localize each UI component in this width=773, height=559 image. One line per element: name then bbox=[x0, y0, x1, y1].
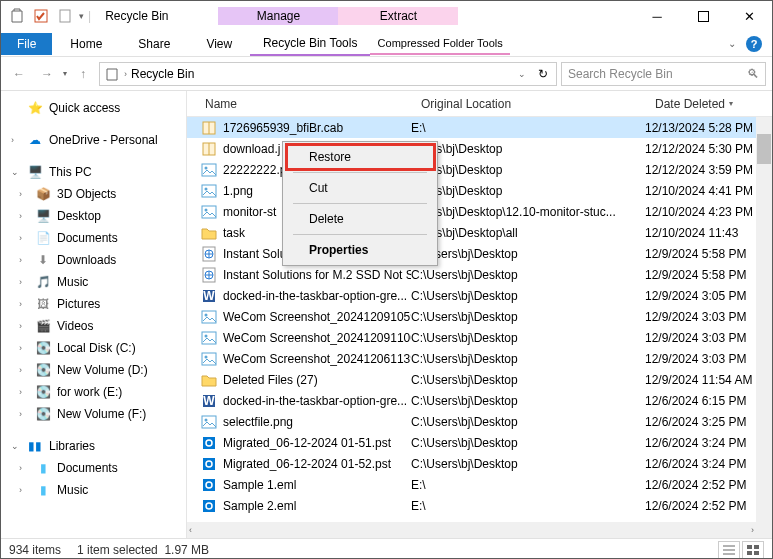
address-dropdown-icon[interactable]: ⌄ bbox=[514, 69, 530, 79]
drive-folder-icon: 📄 bbox=[35, 230, 51, 246]
sidebar-item[interactable]: ›💽New Volume (D:) bbox=[1, 359, 186, 381]
recycle-bin-tools-tab[interactable]: Recycle Bin Tools bbox=[250, 32, 370, 56]
file-row[interactable]: Wdocked-in-the-taskbar-option-gre...C:\U… bbox=[187, 390, 772, 411]
file-row[interactable]: Wdocked-in-the-taskbar-option-gre...C:\U… bbox=[187, 285, 772, 306]
sidebar-item[interactable]: ›💽Local Disk (C:) bbox=[1, 337, 186, 359]
file-tab[interactable]: File bbox=[1, 33, 52, 55]
scrollbar-thumb[interactable] bbox=[757, 134, 771, 164]
context-menu-delete[interactable]: Delete bbox=[285, 206, 435, 232]
context-menu-properties[interactable]: Properties bbox=[285, 237, 435, 263]
context-menu-cut[interactable]: Cut bbox=[285, 175, 435, 201]
file-location: E:\ bbox=[411, 499, 645, 513]
sidebar-item[interactable]: ›🖼Pictures bbox=[1, 293, 186, 315]
file-row[interactable]: 22222222.p Users\bj\Desktop12/12/2024 3:… bbox=[187, 159, 772, 180]
drive-folder-icon: 🖥️ bbox=[35, 208, 51, 224]
file-row[interactable]: monitor-st Users\bj\Desktop\12.10-monito… bbox=[187, 201, 772, 222]
sidebar-library-item[interactable]: ›▮Documents bbox=[1, 457, 186, 479]
details-view-button[interactable] bbox=[718, 541, 740, 559]
sidebar-item[interactable]: ›🖥️Desktop bbox=[1, 205, 186, 227]
file-row[interactable]: selectfile.pngC:\Users\bj\Desktop12/6/20… bbox=[187, 411, 772, 432]
file-name: WeCom Screenshot_202412061139... bbox=[223, 352, 411, 366]
sidebar-item[interactable]: ›⬇Downloads bbox=[1, 249, 186, 271]
file-row[interactable]: task Users\bj\Desktop\all12/10/2024 11:4… bbox=[187, 222, 772, 243]
svg-point-24 bbox=[205, 355, 208, 358]
home-tab[interactable]: Home bbox=[52, 33, 120, 55]
help-icon[interactable]: ? bbox=[746, 36, 762, 52]
sidebar-this-pc[interactable]: ⌄🖥️This PC bbox=[1, 161, 186, 183]
file-date: 12/6/2024 2:52 PM bbox=[645, 478, 772, 492]
file-row[interactable]: 1.png Users\bj\Desktop12/10/2024 4:41 PM bbox=[187, 180, 772, 201]
file-row[interactable]: WeCom Screenshot_202412061139...C:\Users… bbox=[187, 348, 772, 369]
file-location: C:\Users\bj\Desktop bbox=[411, 352, 645, 366]
file-name: Instant Solutions for M.2 SSD Not S... bbox=[223, 268, 411, 282]
sidebar-quick-access[interactable]: ⭐Quick access bbox=[1, 97, 186, 119]
address-text[interactable]: Recycle Bin bbox=[131, 67, 194, 81]
svg-rect-27 bbox=[202, 416, 216, 428]
file-row[interactable]: Migrated_06-12-2024 01-51.pstC:\Users\bj… bbox=[187, 432, 772, 453]
horizontal-scrollbar[interactable]: ‹› bbox=[187, 522, 756, 538]
maximize-button[interactable] bbox=[680, 1, 726, 31]
sidebar-item[interactable]: ›💽for work (E:) bbox=[1, 381, 186, 403]
context-menu-restore[interactable]: Restore bbox=[285, 144, 435, 170]
sidebar-item[interactable]: ›📄Documents bbox=[1, 227, 186, 249]
column-date-deleted[interactable]: Date Deleted▾ bbox=[645, 97, 772, 111]
vertical-scrollbar[interactable] bbox=[756, 117, 772, 538]
library-icon: ▮ bbox=[35, 460, 51, 476]
search-icon: 🔍︎ bbox=[747, 67, 759, 81]
file-row[interactable]: Instant Solutions for M.2 SSD Not S...C:… bbox=[187, 264, 772, 285]
context-tab-manage[interactable]: Manage bbox=[218, 7, 338, 25]
column-original-location[interactable]: Original Location bbox=[411, 97, 645, 111]
file-row[interactable]: WeCom Screenshot_202412091100...C:\Users… bbox=[187, 327, 772, 348]
sidebar-onedrive[interactable]: ›☁OneDrive - Personal bbox=[1, 129, 186, 151]
file-icon bbox=[201, 267, 217, 283]
file-row[interactable]: Deleted Files (27)C:\Users\bj\Desktop12/… bbox=[187, 369, 772, 390]
file-date: 12/10/2024 4:23 PM bbox=[645, 205, 772, 219]
file-row[interactable]: 1726965939_bfiBr.cabE:\12/13/2024 5:28 P… bbox=[187, 117, 772, 138]
svg-point-20 bbox=[205, 313, 208, 316]
view-tab[interactable]: View bbox=[188, 33, 250, 55]
thumbnails-view-button[interactable] bbox=[742, 541, 764, 559]
status-bar: 934 items 1 item selected 1.97 MB bbox=[1, 538, 772, 559]
file-location: E:\ bbox=[411, 478, 645, 492]
qat-save-icon[interactable] bbox=[31, 6, 51, 26]
search-input[interactable]: Search Recycle Bin 🔍︎ bbox=[561, 62, 766, 86]
sidebar-library-item[interactable]: ›▮Music bbox=[1, 479, 186, 501]
file-row[interactable]: download.j Users\bj\Desktop12/12/2024 5:… bbox=[187, 138, 772, 159]
file-row[interactable]: Migrated_06-12-2024 01-52.pstC:\Users\bj… bbox=[187, 453, 772, 474]
file-location: Users\bj\Desktop bbox=[411, 163, 645, 177]
share-tab[interactable]: Share bbox=[120, 33, 188, 55]
context-tab-extract[interactable]: Extract bbox=[338, 7, 458, 25]
sidebar-item[interactable]: ›📦3D Objects bbox=[1, 183, 186, 205]
monitor-icon: 🖥️ bbox=[27, 164, 43, 180]
qat-document-icon[interactable] bbox=[55, 6, 75, 26]
close-button[interactable]: ✕ bbox=[726, 1, 772, 31]
sidebar-item[interactable]: ›🎵Music bbox=[1, 271, 186, 293]
file-location: C:\Users\bj\Desktop bbox=[411, 268, 645, 282]
navigation-pane[interactable]: ⭐Quick access ›☁OneDrive - Personal ⌄🖥️T… bbox=[1, 91, 187, 538]
address-separator-icon[interactable]: › bbox=[124, 69, 127, 79]
svg-text:W: W bbox=[203, 289, 215, 303]
file-row[interactable]: Sample 1.emlE:\12/6/2024 2:52 PM bbox=[187, 474, 772, 495]
file-row[interactable]: Instant Solutions for M.2 SSD Not S...C:… bbox=[187, 243, 772, 264]
minimize-button[interactable]: ─ bbox=[634, 1, 680, 31]
sidebar-item[interactable]: ›🎬Videos bbox=[1, 315, 186, 337]
sidebar-item[interactable]: ›💽New Volume (F:) bbox=[1, 403, 186, 425]
column-name[interactable]: Name bbox=[187, 97, 411, 111]
refresh-icon[interactable]: ↻ bbox=[534, 67, 552, 81]
svg-rect-11 bbox=[202, 206, 216, 218]
file-list[interactable]: 1726965939_bfiBr.cabE:\12/13/2024 5:28 P… bbox=[187, 117, 772, 538]
file-row[interactable]: Sample 2.emlE:\12/6/2024 2:52 PM bbox=[187, 495, 772, 516]
nav-history-dropdown[interactable]: ▾ bbox=[63, 69, 67, 78]
address-bar[interactable]: › Recycle Bin ⌄ ↻ bbox=[99, 62, 557, 86]
nav-up-button[interactable]: ↑ bbox=[71, 62, 95, 86]
ribbon-expand-icon[interactable]: ⌄ bbox=[728, 38, 736, 49]
nav-back-button[interactable]: ← bbox=[7, 62, 31, 86]
nav-forward-button[interactable]: → bbox=[35, 62, 59, 86]
qat-overflow[interactable]: ▾ bbox=[79, 11, 84, 21]
ribbon: File Home Share View Recycle Bin Tools C… bbox=[1, 31, 772, 57]
sidebar-libraries[interactable]: ⌄▮▮Libraries bbox=[1, 435, 186, 457]
column-headers: Name Original Location Date Deleted▾ bbox=[187, 91, 772, 117]
compressed-folder-tools-tab[interactable]: Compressed Folder Tools bbox=[370, 33, 510, 55]
svg-rect-2 bbox=[698, 11, 708, 21]
file-row[interactable]: WeCom Screenshot_202412091059...C:\Users… bbox=[187, 306, 772, 327]
